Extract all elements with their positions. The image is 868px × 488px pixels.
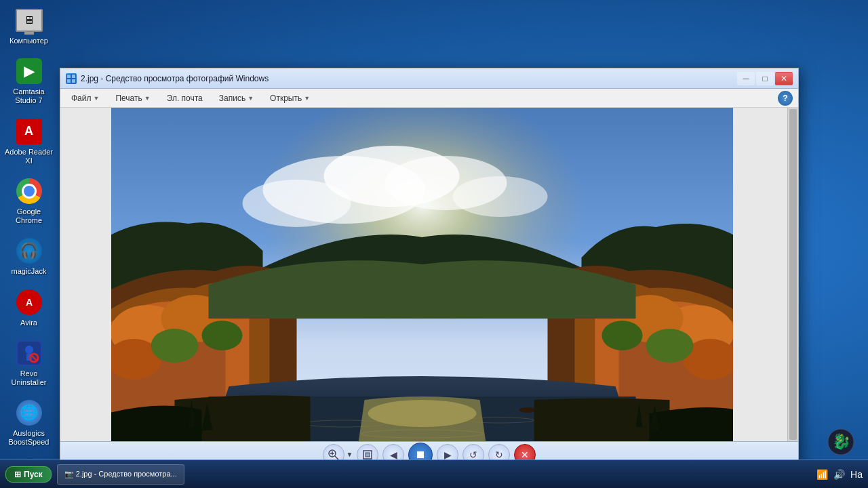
menu-open-label: Открыть — [270, 94, 302, 103]
tray-network-icon[interactable]: 📶 — [816, 469, 828, 480]
title-bar: 2.jpg - Средство просмотра фотографий Wi… — [60, 68, 798, 89]
desktop-icons: 🖥 Компьютер ▶ Camtasia Studio 7 A Adobe … — [0, 0, 58, 488]
menu-print-arrow: ▼ — [144, 95, 151, 102]
svg-line-37 — [335, 456, 338, 460]
computer-icon: 🖥 — [16, 9, 43, 32]
desktop-icon-revo[interactable]: Revo Uninstaller — [3, 340, 54, 387]
taskbar-photo-viewer[interactable]: 📷 2.jpg - Средство просмотра... — [57, 464, 184, 485]
desktop-icon-adobe[interactable]: A Adobe Reader XI — [3, 118, 54, 165]
svg-rect-41 — [366, 453, 370, 457]
desktop-icon-avira[interactable]: A Avira — [3, 289, 54, 327]
magicjack-icon: 🎧 — [16, 238, 42, 264]
svg-point-34 — [519, 407, 536, 413]
photo-viewer-window: 2.jpg - Средство просмотра фотографий Wi… — [60, 68, 799, 468]
menu-email-label: Эл. почта — [167, 94, 203, 103]
taskbar: ⊞ Пуск 📷 2.jpg - Средство просмотра... 📶… — [0, 460, 868, 488]
menu-file[interactable]: Файл ▼ — [66, 92, 104, 105]
revo-icon — [16, 340, 42, 366]
windows-logo: ⊞ — [14, 470, 21, 479]
desktop-icon-chrome[interactable]: Google Chrome — [3, 178, 54, 225]
menu-open[interactable]: Открыть ▼ — [264, 92, 315, 105]
scroll-thumb — [789, 109, 797, 440]
svg-point-18 — [453, 176, 548, 217]
svg-point-22 — [151, 329, 199, 363]
photo-area — [111, 108, 733, 441]
desktop-icon-chrome-label: Google Chrome — [3, 207, 54, 225]
auslogics-icon: 🌐 — [16, 400, 42, 426]
zoom-arrow[interactable]: ▼ — [347, 451, 353, 458]
taskbar-programs: 📷 2.jpg - Средство просмотра... — [57, 464, 816, 485]
desktop-icon-magicjack[interactable]: 🎧 magicJack — [3, 237, 54, 276]
window-controls: ─ □ ✕ — [737, 72, 793, 85]
menu-file-arrow: ▼ — [94, 95, 100, 102]
svg-text:A: A — [25, 297, 32, 308]
viewer-main — [60, 108, 798, 441]
desktop-icon-adobe-label: Adobe Reader XI — [3, 148, 54, 165]
taskbar-photo-label: 📷 2.jpg - Средство просмотра... — [64, 470, 177, 479]
svg-point-28 — [602, 321, 643, 350]
dragon-icon: 🐉 — [827, 428, 854, 455]
menu-print-label: Печать — [115, 94, 142, 103]
minimize-button[interactable]: ─ — [737, 72, 755, 85]
window-title: 2.jpg - Средство просмотра фотографий Wi… — [81, 74, 737, 83]
svg-rect-10 — [67, 79, 71, 83]
chrome-icon — [16, 178, 42, 204]
desktop-icon-komputer[interactable]: 🖥 Компьютер — [3, 7, 54, 45]
svg-rect-11 — [72, 79, 75, 83]
menu-print[interactable]: Печать ▼ — [110, 92, 155, 105]
desktop-icon-camtasia-label: Camtasia Studio 7 — [3, 87, 54, 105]
menu-record-label: Запись — [219, 94, 245, 103]
tray-clock: На — [850, 469, 863, 480]
desktop-icon-avira-label: Avira — [20, 319, 37, 327]
close-button[interactable]: ✕ — [775, 72, 793, 85]
avira-icon: A — [16, 289, 42, 315]
viewer-scrollbar[interactable] — [787, 108, 798, 441]
svg-point-16 — [243, 180, 351, 227]
adobe-icon: A — [16, 119, 42, 144]
desktop-icon-komputer-label: Компьютер — [9, 37, 48, 45]
desktop-icon-revo-label: Revo Uninstaller — [3, 369, 54, 387]
help-button[interactable]: ? — [778, 91, 793, 106]
desktop-icon-auslogics-label: Auslogics BoostSpeed — [3, 429, 54, 447]
camtasia-icon: ▶ — [16, 58, 42, 84]
svg-rect-9 — [72, 75, 75, 78]
menu-open-arrow: ▼ — [304, 95, 310, 102]
start-label: Пуск — [24, 470, 43, 479]
menu-file-label: Файл — [71, 94, 92, 103]
svg-point-23 — [202, 321, 243, 350]
menu-record[interactable]: Запись ▼ — [214, 92, 259, 105]
start-button[interactable]: ⊞ Пуск — [5, 466, 52, 483]
left-navigation — [60, 108, 111, 441]
desktop-icon-auslogics[interactable]: 🌐 Auslogics BoostSpeed — [3, 399, 54, 447]
svg-text:🐉: 🐉 — [832, 432, 851, 451]
menu-record-arrow: ▼ — [248, 95, 254, 102]
desktop-icon-magicjack-label: magicJack — [12, 267, 47, 276]
svg-point-27 — [646, 329, 694, 363]
right-navigation — [733, 108, 787, 441]
landscape-photo — [111, 108, 733, 441]
tray-volume-icon[interactable]: 🔊 — [833, 469, 845, 480]
taskbar-tray: 📶 🔊 На — [816, 469, 863, 480]
menu-bar: Файл ▼ Печать ▼ Эл. почта Запись ▼ Откры… — [60, 89, 798, 108]
desktop-icon-camtasia[interactable]: ▶ Camtasia Studio 7 — [3, 58, 54, 105]
svg-point-3 — [25, 346, 33, 354]
svg-rect-8 — [67, 75, 71, 78]
maximize-button[interactable]: □ — [756, 72, 774, 85]
window-icon — [66, 73, 77, 84]
menu-email[interactable]: Эл. почта — [161, 92, 208, 105]
